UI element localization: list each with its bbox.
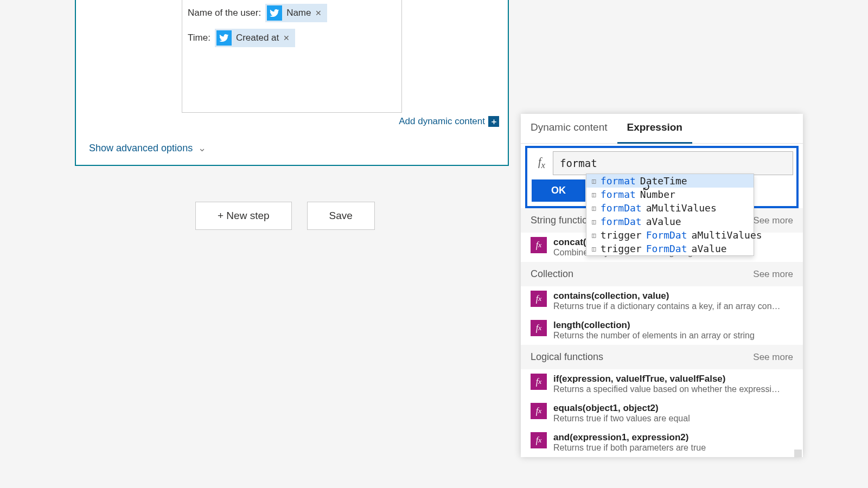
autocomplete-item[interactable]: ◫triggerFormDataMultiValues: [586, 228, 754, 242]
cube-icon: ◫: [592, 204, 596, 212]
function-name: length(collection): [553, 320, 755, 331]
twitter-icon: [216, 30, 232, 46]
function-description: Returns true if both parameters are true: [553, 443, 706, 453]
fx-badge-icon: fx: [531, 432, 547, 448]
body-label-row-2: Time: Created at ✕: [188, 29, 396, 47]
autocomplete-item[interactable]: ◫formDataValue: [586, 215, 754, 228]
function-name: and(expression1, expression2): [553, 432, 706, 443]
fx-badge-icon: fx: [531, 374, 547, 390]
category-header: Logical functionsSee more: [521, 345, 803, 369]
fx-badge-icon: fx: [531, 403, 547, 419]
function-description: Returns true if two values are equal: [553, 414, 690, 423]
body-label-row-1: Name of the user: Name ✕: [188, 4, 396, 22]
tab-dynamic-content[interactable]: Dynamic content: [521, 114, 617, 143]
category-title: Logical functions: [531, 351, 603, 363]
function-name: if(expression, valueIfTrue, valueIfFalse…: [553, 374, 781, 384]
ok-button[interactable]: OK: [532, 179, 585, 202]
see-more-link[interactable]: See more: [753, 269, 793, 280]
remove-token-icon[interactable]: ✕: [283, 34, 290, 42]
show-advanced-label: Show advanced options: [89, 143, 193, 154]
see-more-link[interactable]: See more: [753, 215, 793, 226]
autocomplete-item[interactable]: ◫formatDateTime: [586, 174, 754, 188]
category-title: Collection: [531, 268, 573, 280]
see-more-link[interactable]: See more: [753, 352, 793, 363]
add-dynamic-content-row: Add dynamic content ＋: [76, 113, 505, 132]
chevron-down-icon: ⌄: [198, 142, 206, 154]
bottom-button-row: + New step Save: [195, 202, 375, 230]
function-description: Returns a specified value based on wheth…: [553, 384, 781, 394]
autocomplete-dropdown: ◫formatDateTime◫formatNumber◫formDataMul…: [586, 174, 754, 256]
function-name: contains(collection, value): [553, 291, 781, 301]
tab-expression[interactable]: Expression: [617, 114, 692, 144]
token-created-at[interactable]: Created at ✕: [215, 29, 295, 47]
message-body-input[interactable]: Name of the user: Name ✕ Time: Created a…: [182, 0, 402, 113]
function-item[interactable]: fxand(expression1, expression2)Returns t…: [521, 428, 803, 457]
function-item[interactable]: fxequals(object1, object2)Returns true i…: [521, 399, 803, 428]
function-name: equals(object1, object2): [553, 403, 690, 414]
function-item[interactable]: fxif(expression, valueIfTrue, valueIfFal…: [521, 369, 803, 399]
cube-icon: ◫: [592, 177, 596, 185]
category-header: CollectionSee more: [521, 262, 803, 286]
token-name[interactable]: Name ✕: [265, 4, 327, 22]
function-description: Returns true if a dictionary contains a …: [553, 301, 781, 311]
expression-input[interactable]: [553, 151, 793, 175]
expression-panel: Dynamic content Expression fx OK String …: [521, 114, 803, 457]
function-item[interactable]: fxlength(collection)Returns the number o…: [521, 316, 803, 345]
show-advanced-options[interactable]: Show advanced options ⌄: [76, 132, 508, 165]
new-step-button[interactable]: + New step: [195, 202, 292, 230]
remove-token-icon[interactable]: ✕: [315, 9, 322, 17]
token-created-at-label: Created at: [236, 33, 279, 43]
twitter-icon: [267, 5, 282, 21]
cube-icon: ◫: [592, 190, 596, 198]
label-time: Time:: [188, 33, 210, 43]
autocomplete-item[interactable]: ◫formatNumber: [586, 188, 754, 201]
cube-icon: ◫: [592, 245, 596, 253]
scrollbar-thumb[interactable]: [794, 450, 802, 457]
label-name-of-user: Name of the user:: [188, 8, 261, 18]
fx-icon: fx: [531, 156, 553, 171]
function-item[interactable]: fxcontains(collection, value)Returns tru…: [521, 286, 803, 316]
action-card: Name of the user: Name ✕ Time: Created a…: [75, 0, 509, 166]
cube-icon: ◫: [592, 217, 596, 226]
save-button[interactable]: Save: [307, 202, 375, 230]
add-dynamic-content-link[interactable]: Add dynamic content: [399, 116, 485, 127]
token-name-label: Name: [286, 8, 311, 18]
panel-tabs: Dynamic content Expression: [521, 114, 803, 144]
fx-badge-icon: fx: [531, 320, 547, 336]
autocomplete-item[interactable]: ◫formDataMultiValues: [586, 201, 754, 215]
function-description: Returns the number of elements in an arr…: [553, 331, 755, 341]
plus-icon[interactable]: ＋: [488, 116, 499, 127]
fx-badge-icon: fx: [531, 237, 547, 253]
fx-badge-icon: fx: [531, 291, 547, 307]
autocomplete-item[interactable]: ◫triggerFormDataValue: [586, 242, 754, 255]
cube-icon: ◫: [592, 231, 596, 239]
